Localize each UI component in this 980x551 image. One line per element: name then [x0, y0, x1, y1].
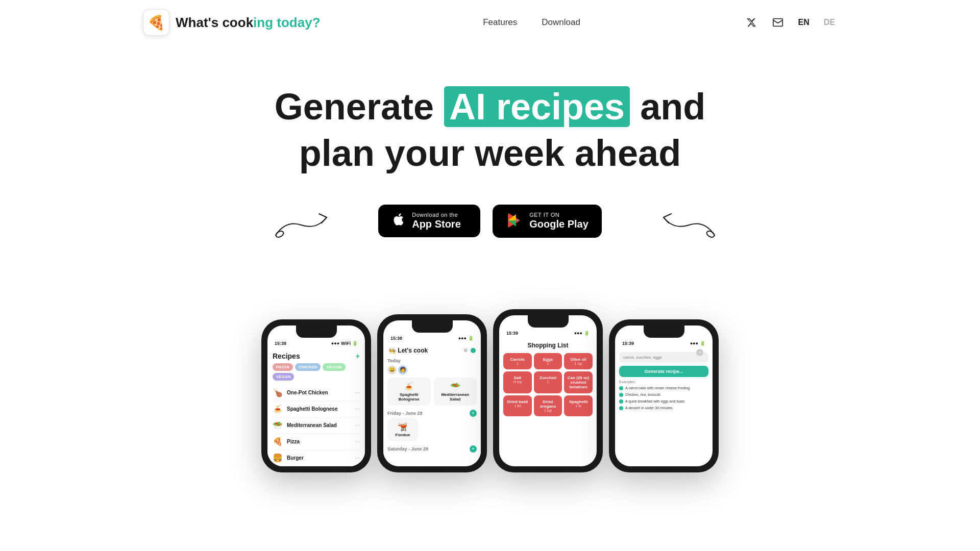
ai-example: A carrot cake with cream cheese frosting… [619, 386, 708, 390]
cta-section: Download on the App Store GET IT ON Goog… [0, 205, 980, 238]
phone1-tags: PASTA CHICKEN VEGGIE VEGAN [273, 363, 360, 381]
googleplay-big-label: Google Play [529, 218, 589, 230]
shopping-salt[interactable]: Salt ½ tsp [503, 371, 532, 393]
logo-highlight: ing today? [253, 15, 320, 30]
ai-generate-button[interactable]: Generate recipe... [619, 366, 708, 377]
logo[interactable]: 🍕 What's cooking today? [143, 9, 321, 36]
fondue-name: Fondue [391, 433, 414, 437]
phone4-close-btn[interactable]: × [696, 349, 703, 356]
shopping-spaghetti[interactable]: Spaghetti 1 lb [564, 395, 593, 416]
recipe-row[interactable]: 🍝 Spaghetti Bolognese ··· [273, 401, 360, 417]
phone2-friday: Friday - June 28 [387, 411, 423, 416]
apple-icon [391, 212, 406, 230]
bolognese-emoji: 🍝 [391, 382, 427, 391]
googleplay-button[interactable]: GET IT ON Google Play [493, 205, 602, 238]
shopping-basil[interactable]: Dried basil 1 tbl [503, 395, 532, 416]
shopping-grid: Carrots 1 Eggs 2 Olive oil 1 tsp Salt [503, 353, 593, 416]
recipe-row[interactable]: 🍕 Pizza ··· [273, 434, 360, 450]
ai-recipes-highlight: AI recipes [444, 86, 630, 127]
lang-en[interactable]: EN [796, 17, 812, 28]
shopping-eggs[interactable]: Eggs 2 [534, 353, 562, 369]
logo-icon: 🍕 [143, 9, 169, 36]
recipe-name: Mediterranean Salad [287, 422, 351, 428]
phone2-notch [412, 320, 453, 333]
phone2-friday-add[interactable]: + [470, 410, 477, 417]
recipe-more[interactable]: ··· [355, 421, 360, 429]
meal-card-bolognese[interactable]: 🍝 Spaghetti Bolognese [387, 378, 431, 406]
phone2-content: 🧑‍🍳 Let's cook ⚙ Today 😀 🧑 [383, 343, 481, 459]
ai-recipe-input[interactable]: carrot, zucchini, eggs [619, 352, 708, 363]
pill-veggie[interactable]: VEGGIE [323, 363, 346, 371]
twitter-x-icon[interactable] [743, 14, 760, 31]
bolognese-name: Spaghetti Bolognese [391, 392, 427, 402]
phone3-notch [528, 315, 569, 328]
phone4-time: 15:39 [622, 341, 634, 346]
nav-right: EN DE [743, 14, 837, 31]
phone3-status-icons: ●●●🔋 [574, 331, 590, 336]
ai-example: Chicken, rice, broccoli. [619, 392, 708, 397]
recipe-emoji: 🍝 [273, 404, 283, 414]
pill-chicken[interactable]: CHICKEN [295, 363, 321, 371]
shopping-tomatoes[interactable]: Can (28 oz) crushed tomatoes [564, 371, 593, 393]
phone4-status-icons: ●●●🔋 [690, 341, 705, 346]
salad-name: Mediterranean Salad [438, 392, 473, 402]
phone2-friday-header: Friday - June 28 + [387, 409, 477, 418]
phone1-add-btn[interactable]: + [356, 352, 360, 360]
mail-icon[interactable] [770, 14, 786, 31]
recipe-row[interactable]: 🍔 Burger ··· [273, 450, 360, 466]
phone2-today-meals: 😀 🧑 [387, 365, 477, 374]
recipe-more[interactable]: ··· [355, 454, 360, 461]
phone2-status-dot [471, 348, 476, 353]
ai-dot [619, 386, 623, 390]
phone2-saturday-add[interactable]: + [470, 445, 477, 453]
pill-vegan[interactable]: VEGAN [273, 373, 294, 381]
logo-text: What's cooking today? [176, 15, 321, 31]
meal-card-fondue[interactable]: 🫕 Fondue [387, 418, 418, 441]
svg-rect-0 [773, 19, 782, 27]
phone-mealplan: 15:38 ●●●🔋 🧑‍🍳 Let's cook ⚙ Today [377, 314, 487, 472]
shopping-oregano[interactable]: Dried oregano 1 tsp [534, 395, 562, 416]
phone2-friday-meals: 🫕 Fondue [387, 418, 477, 441]
phone2-title: 🧑‍🍳 Let's cook [388, 347, 428, 354]
shopping-zucchini[interactable]: Zucchini 1 [534, 371, 562, 393]
svg-point-2 [706, 230, 716, 238]
hero-section: Generate AI recipes and plan your week a… [0, 45, 980, 268]
phone1-content: Recipes + PASTA CHICKEN VEGGIE VEGAN 🍗 O… [267, 348, 365, 466]
appstore-button[interactable]: Download on the App Store [378, 205, 480, 237]
phone2-saturday: Saturday - June 29 [387, 446, 428, 452]
appstore-small-label: Download on the [412, 212, 458, 218]
avatar1: 😀 [387, 365, 397, 374]
phone2-today: Today [387, 358, 477, 363]
recipe-row[interactable]: 🍗 One-Pot Chicken ··· [273, 385, 360, 401]
ai-dot [619, 393, 623, 397]
phone2-header: 🧑‍🍳 Let's cook ⚙ [387, 343, 477, 356]
lang-de[interactable]: DE [822, 17, 837, 28]
phone1-header: Recipes + [273, 348, 360, 363]
shopping-carrots[interactable]: Carrots 1 [503, 353, 532, 369]
arrow-left-decoration [271, 210, 332, 240]
meal-card-salad[interactable]: 🥗 Mediterranean Salad [434, 378, 477, 406]
recipe-more[interactable]: ··· [355, 405, 360, 412]
shopping-oliveoil[interactable]: Olive oil 1 tsp [564, 353, 593, 369]
fondue-emoji: 🫕 [391, 422, 414, 432]
phone2-time: 15:38 [390, 336, 402, 341]
recipe-more[interactable]: ··· [355, 389, 360, 396]
salad-emoji: 🥗 [438, 382, 473, 391]
phone-ai-recipe: 15:39 ●●●🔋 × carrot, zucchini, eggs Gene… [609, 319, 719, 472]
phone1-notch [296, 325, 337, 338]
phone2-status: 15:38 ●●●🔋 [383, 333, 481, 343]
recipe-name: Burger [287, 455, 351, 461]
phone-shopping: 15:39 ●●●🔋 Shopping List Carrots 1 Eggs [493, 309, 603, 472]
nav-download[interactable]: Download [542, 17, 580, 28]
recipe-row[interactable]: 🥗 Mediterranean Salad ··· [273, 417, 360, 434]
appstore-text: Download on the App Store [412, 212, 461, 230]
navbar: 🍕 What's cooking today? Features Downloa… [0, 0, 980, 45]
recipe-more[interactable]: ··· [355, 438, 360, 445]
googleplay-text: GET IT ON Google Play [529, 212, 589, 230]
phone2-meal-avatars: 😀 🧑 [387, 365, 407, 374]
ai-example-text: A dessert in under 30 minutes. [625, 406, 674, 410]
nav-features[interactable]: Features [483, 17, 517, 28]
appstore-big-label: App Store [412, 218, 461, 230]
pill-pasta[interactable]: PASTA [273, 363, 293, 371]
recipe-name: Spaghetti Bolognese [287, 406, 351, 412]
